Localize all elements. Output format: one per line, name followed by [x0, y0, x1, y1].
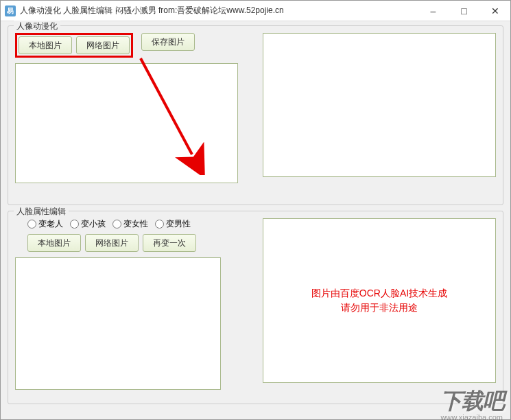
regenerate-button[interactable]: 再变一次	[143, 234, 196, 252]
network-image-button-2[interactable]: 网络图片	[85, 234, 139, 252]
group2-button-row: 本地图片 网络图片 再变一次	[15, 234, 221, 252]
window-controls: – □ ✕	[418, 1, 510, 21]
radio-row: 变老人 变小孩 变女性 变男性	[15, 218, 221, 230]
notice-line-2: 请勿用于非法用途	[341, 301, 418, 315]
group-anime: 人像动漫化 本地图片 网络图片 保存图片	[8, 25, 503, 205]
group2-left-column: 变老人 变小孩 变女性 变男性 本地图片 网络图片 再变一次	[15, 218, 221, 397]
radio-child-label: 变小孩	[81, 218, 106, 230]
radio-old-label: 变老人	[38, 218, 63, 230]
notice-line-1: 图片由百度OCR人脸AI技术生成	[311, 286, 447, 301]
close-button[interactable]: ✕	[479, 1, 510, 21]
radio-male[interactable]: 变男性	[155, 218, 191, 230]
group1-source-panel	[15, 63, 238, 183]
group1-left-column: 本地图片 网络图片 保存图片	[15, 33, 238, 198]
radio-male-label: 变男性	[166, 218, 191, 230]
titlebar: 易 人像动漫化 人脸属性编辑 闷骚小溅男 from:吾爱破解论坛www.52po…	[1, 1, 510, 21]
group-face-edit-title: 人脸属性编辑	[14, 206, 69, 218]
network-image-button[interactable]: 网络图片	[76, 36, 130, 54]
radio-female-label: 变女性	[123, 218, 148, 230]
radio-female[interactable]: 变女性	[112, 218, 148, 230]
radio-male-input[interactable]	[155, 220, 164, 229]
save-image-button[interactable]: 保存图片	[141, 33, 195, 51]
group1-button-row: 本地图片 网络图片 保存图片	[15, 33, 238, 58]
radio-female-input[interactable]	[112, 220, 121, 229]
client-area: 人像动漫化 本地图片 网络图片 保存图片 人脸属性编辑	[1, 21, 510, 419]
minimize-button[interactable]: –	[418, 1, 449, 21]
radio-child[interactable]: 变小孩	[70, 218, 106, 230]
highlight-box: 本地图片 网络图片	[15, 33, 133, 58]
maximize-button[interactable]: □	[449, 1, 479, 21]
radio-old[interactable]: 变老人	[27, 218, 63, 230]
app-icon: 易	[5, 5, 16, 16]
radio-child-input[interactable]	[70, 220, 79, 229]
group2-result-panel: 图片由百度OCR人脸AI技术生成 请勿用于非法用途	[263, 218, 496, 383]
radio-old-input[interactable]	[27, 220, 36, 229]
local-image-button-2[interactable]: 本地图片	[27, 234, 81, 252]
group-face-edit: 人脸属性编辑 变老人 变小孩 变女性 变男性 本地图片 网络图片 再变一次	[8, 211, 503, 404]
group1-result-panel	[263, 33, 496, 177]
group-anime-title: 人像动漫化	[14, 21, 60, 32]
app-window: 易 人像动漫化 人脸属性编辑 闷骚小溅男 from:吾爱破解论坛www.52po…	[0, 0, 511, 420]
local-image-button[interactable]: 本地图片	[19, 36, 72, 54]
window-title: 人像动漫化 人脸属性编辑 闷骚小溅男 from:吾爱破解论坛www.52poji…	[20, 5, 418, 16]
group2-source-panel	[15, 257, 221, 390]
